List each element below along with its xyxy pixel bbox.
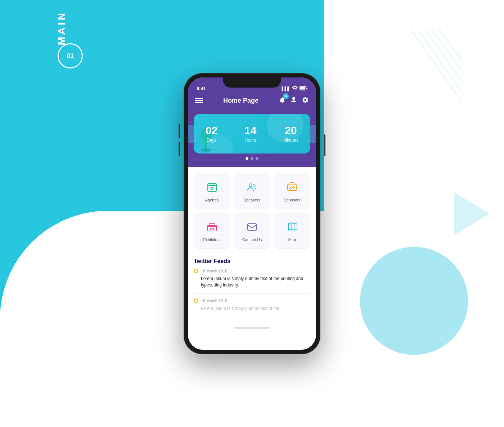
power-button — [324, 134, 325, 156]
dot-2[interactable] — [251, 157, 253, 160]
twitter-section: Twitter Feeds 18 March 2018 Lorem Ipsum … — [188, 254, 316, 326]
agenda-menu-item[interactable]: Agenda — [194, 173, 230, 209]
tweet-dot-1 — [194, 269, 198, 273]
menu-grid: Agenda Speakers — [188, 167, 316, 254]
svg-line-2 — [410, 29, 461, 101]
tweet-date-row-2: 18 March 2018 — [194, 299, 310, 303]
wifi-icon — [292, 86, 298, 91]
map-label: Map — [288, 237, 296, 242]
countdown-days: 02 Days — [206, 124, 217, 143]
slider-right-tab — [310, 125, 316, 143]
svg-rect-18 — [213, 183, 215, 184]
sponsors-label: Sponsors — [284, 198, 300, 202]
twitter-title: Twitter Feeds — [194, 258, 310, 264]
sponsors-icon — [285, 180, 299, 194]
dot-3[interactable] — [256, 157, 258, 160]
tweet-dot-2 — [194, 299, 198, 303]
notification-button[interactable]: 14 — [279, 96, 286, 105]
phone-notch — [223, 77, 281, 88]
app-header: Home Page 14 — [188, 93, 316, 110]
svg-rect-28 — [248, 224, 256, 230]
main-label: MAIN — [56, 11, 67, 45]
speakers-menu-item[interactable]: Speakers — [234, 173, 270, 209]
map-menu-item[interactable]: Map — [274, 213, 310, 249]
slider-dots — [194, 157, 310, 160]
dot-1[interactable] — [246, 157, 248, 160]
notification-badge: 14 — [283, 93, 289, 99]
settings-button[interactable] — [302, 96, 309, 105]
tweet-text-1: Lorem Ipsum is simply dummy text of the … — [194, 275, 310, 288]
hero-slider[interactable]: 02 Days : 14 Hours : 20 Minutes — [188, 110, 316, 167]
tweet-item-2: 18 March 2018 Lorem Ipsum is simply dumm… — [194, 299, 310, 317]
tweet-date-row-1: 18 March 2018 — [194, 269, 310, 273]
profile-button[interactable] — [290, 96, 297, 105]
number-circle: 01 — [58, 43, 83, 68]
contact-icon — [245, 219, 259, 234]
lines-decoration — [410, 29, 461, 101]
countdown-sep2: : — [269, 126, 271, 141]
exhibitors-label: Exhibitors — [203, 237, 221, 242]
map-icon — [285, 219, 299, 234]
exhibitors-icon — [205, 219, 219, 234]
svg-point-20 — [249, 184, 252, 187]
status-time: 9:41 — [197, 86, 206, 91]
scroll-bar — [234, 327, 270, 329]
phone-frame: 9:41 ▌▌▌ — [184, 73, 320, 354]
tweet-text-2: Lorem Ipsum is simply dummy text of the — [194, 305, 310, 312]
volume-down-button — [179, 142, 180, 156]
speakers-icon — [245, 180, 259, 194]
header-title: Home Page — [223, 97, 258, 104]
countdown-sep1: : — [230, 126, 232, 141]
svg-point-21 — [253, 184, 255, 186]
countdown-card: 02 Days : 14 Hours : 20 Minutes — [194, 114, 310, 154]
slider-left-tab — [188, 125, 194, 143]
svg-rect-9 — [306, 88, 307, 89]
status-icons: ▌▌▌ — [282, 86, 307, 91]
sponsors-menu-item[interactable]: Sponsors — [274, 173, 310, 209]
exhibitors-menu-item[interactable]: Exhibitors — [194, 213, 230, 249]
menu-button[interactable] — [195, 98, 203, 103]
scroll-indicator — [188, 326, 316, 330]
countdown-hours: 14 Hours — [244, 124, 256, 143]
phone-mockup: 9:41 ▌▌▌ — [184, 73, 320, 354]
contact-menu-item[interactable]: Contact Us — [234, 213, 270, 249]
contact-label: Contact Us — [242, 237, 262, 242]
tweet-item-1: 18 March 2018 Lorem Ipsum is simply dumm… — [194, 269, 310, 294]
speakers-label: Speakers — [244, 198, 260, 202]
battery-icon — [300, 86, 307, 91]
tweet-date-2: 18 March 2018 — [201, 299, 227, 303]
volume-up-button — [179, 124, 180, 138]
svg-rect-8 — [300, 87, 305, 89]
agenda-label: Agenda — [205, 198, 219, 202]
triangle-decoration — [454, 192, 490, 235]
content-area: Agenda Speakers — [188, 167, 316, 330]
header-actions: 14 — [279, 96, 309, 105]
countdown-minutes: 20 Minutes — [283, 124, 298, 143]
tweet-date-1: 18 March 2018 — [201, 269, 227, 273]
phone-screen: 9:41 ▌▌▌ — [188, 77, 316, 350]
svg-rect-17 — [210, 183, 211, 184]
signal-icon: ▌▌▌ — [282, 86, 290, 91]
agenda-icon — [205, 180, 219, 194]
